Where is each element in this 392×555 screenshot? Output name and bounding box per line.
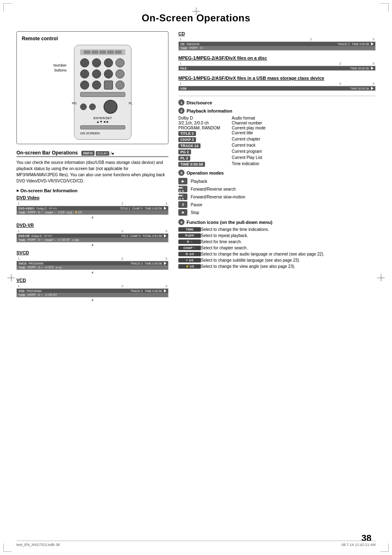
remote-btn-5[interactable] <box>80 69 89 78</box>
remote-btn-11[interactable] <box>104 81 113 90</box>
remote-btn-8[interactable] <box>115 69 125 78</box>
remote-btn-9[interactable] <box>80 81 89 90</box>
op-fwd-rev-search-icon: ▶▶|◄◄ <box>178 186 187 192</box>
info-pl-label: PL 2 <box>178 155 232 161</box>
right-column: CD 123 CD RANDOM TRACK 3 TIME 0:00:58 <box>178 31 376 269</box>
remote-box-title: Remote control <box>22 36 163 41</box>
disc-source-header: 1 Disc/source <box>178 99 376 106</box>
dvd-vr-play-arrow <box>164 234 166 237</box>
func-icons-label: Function icons (on the pull-down menu) <box>187 220 272 225</box>
func-icons-num: 4 <box>178 219 184 225</box>
func-time-label: Select to change the time indications. <box>201 227 376 232</box>
info-dolby-d-label: Dolby D <box>178 116 232 120</box>
remote-pg-btn[interactable] <box>80 104 87 110</box>
vcd-num4: 4 <box>16 298 168 302</box>
remote-btn-7[interactable] <box>104 69 113 78</box>
remote-btn-1[interactable] <box>80 58 89 67</box>
track-pill: TRACK 14 <box>178 143 201 148</box>
remote-btn-3[interactable] <box>104 58 113 67</box>
mpeg-usb-bar-body: USB TIME 00:00:58 <box>179 86 375 90</box>
vcd-play-arrow <box>164 289 166 292</box>
footer-right: 08.7.14 11:42:11 AM <box>341 543 376 547</box>
svcd-play-arrow <box>164 262 166 265</box>
info-pg-label: PG 2 <box>178 149 232 155</box>
op-pause-icon: ⏸ <box>178 201 187 208</box>
mpeg-usb-bar: USB TIME 00:00:58 <box>178 86 376 91</box>
title-pill: TITLE 2 <box>178 131 196 136</box>
cd-bar-body2: TIME ⟳OFF ⊙→ <box>179 46 375 50</box>
info-pl-value: Current Play List <box>232 155 376 161</box>
func-icons-table: TIME Select to change the time indicatio… <box>178 227 376 269</box>
remote-btn-4[interactable] <box>115 58 125 67</box>
info-title-label: TITLE 2 <box>178 131 232 136</box>
remote-onscreen-label: ON SCREEN <box>80 131 125 135</box>
op-pause-label: Pause <box>191 203 376 207</box>
svcd-num4: 4 <box>16 271 168 274</box>
info-time-value: Time indication <box>232 161 376 167</box>
func-angle-label: Select to change the view angle (see als… <box>201 264 376 269</box>
dvd-video-num4: 4 <box>16 216 168 219</box>
remote-bottom-bar <box>80 125 125 129</box>
vcd-bar-body2: TIME ⟳OFF ⊙→ ⊙ CD ST <box>17 293 168 297</box>
op-fwd-rev-slow-label: Forward/Reverse slow-motion <box>191 195 376 199</box>
info-icons: INFO DOLBY /● <box>81 151 114 156</box>
remote-number-label: Numberbuttons <box>53 63 67 73</box>
playback-info-header: 2 Playback information <box>178 108 376 114</box>
mpeg-disc-play-arrow <box>371 67 374 70</box>
info-pg-value: Current program <box>232 149 376 155</box>
info-track-label: TRACK 14 <box>178 143 232 149</box>
vcd-num-row: 123 <box>16 284 168 288</box>
remote-pg-label: PG <box>72 101 77 105</box>
op-fwd-rev-slow-icon: ▶▶|◄◄ <box>178 193 187 200</box>
dvd-vr-num4: 4 <box>16 243 168 247</box>
dolby-icon: DOLBY <box>96 151 109 156</box>
info-program-label: PROGRAM, RANDOM <box>178 126 232 130</box>
mpeg-disc-num-row: 123 <box>178 62 376 65</box>
func-chap-search-label: Select for chapter search. <box>201 246 376 250</box>
op-modes-table: ▶ Playback ▶▶|◄◄ Forward/Reverse search … <box>178 178 376 216</box>
play-arrow <box>164 207 166 210</box>
cd-title: CD <box>178 31 376 36</box>
remote-rect-bar <box>80 92 125 97</box>
disc-source-label: Disc/source <box>187 100 212 105</box>
remote-btn-10[interactable] <box>92 81 101 90</box>
op-playback-icon: ▶ <box>178 178 187 184</box>
dvd-video-bar-body: DVD-VIDEO Dolby D 3/2.1ch TITLE 2 CHAP 3… <box>17 206 168 210</box>
footer-left: text_EN_NXG7G3.indb 38 <box>16 543 60 547</box>
cd-num-row: 123 <box>178 37 376 41</box>
dvd-video-label: DVD Video <box>16 195 168 200</box>
dvd-video-section: DVD Video 123 DVD-VIDEO Dolby D 3/2.1ch <box>16 195 168 219</box>
svcd-bar-body: SVCD PROGRAM TRACK 3 TIME 0:00:58 <box>17 261 168 265</box>
cd-bar: CD RANDOM TRACK 3 TIME 0:00:58 TIME ⟳OFF… <box>178 41 376 51</box>
remote-btn-12[interactable] <box>115 81 125 90</box>
func-subtitle-icon: ≡ 1/3 <box>178 258 201 263</box>
info-icon: INFO <box>81 151 95 156</box>
op-modes-num: 3 <box>178 170 184 176</box>
slash-icon: /● <box>111 151 114 156</box>
chap-pill: CHAP 3 <box>178 137 196 142</box>
dvd-vr-num-row: 123 <box>16 229 168 233</box>
time-pill: TIME 0:00:58 <box>178 162 205 167</box>
svcd-num-row: 123 <box>16 257 168 260</box>
func-audio-lang-icon: ⊙ 1/3 <box>178 252 201 256</box>
remote-pl-btn[interactable] <box>89 104 96 110</box>
mpeg-usb-play-arrow <box>371 87 374 90</box>
func-subtitle-label: Select to change subtitle language (see … <box>201 258 376 263</box>
func-time-icon: TIME <box>178 227 201 232</box>
cd-bar-body: CD RANDOM TRACK 3 TIME 0:00:58 <box>179 42 375 46</box>
info-channel-label: 3/2.1ch, 2/0.0 ch <box>178 121 232 125</box>
remote-btn-2[interactable] <box>92 58 101 67</box>
dvd-vr-bar: DVD-VR Dolby D 3/2.1ch PG 2 CHAP 3 TOTAL… <box>16 233 168 242</box>
info-chap-label: CHAP 3 <box>178 137 232 143</box>
cd-play-arrow <box>371 42 374 46</box>
info-program-value: Current play mode <box>232 126 376 130</box>
remote-btn-6[interactable] <box>92 69 101 78</box>
remote-center-btn[interactable] <box>104 100 118 114</box>
dvd-vr-bar-body: DVD-VR Dolby D 3/2.1ch PG 2 CHAP 3 TOTAL… <box>17 234 168 238</box>
pl-pill: PL 2 <box>178 156 190 161</box>
op-modes-label: Operation modes <box>187 170 224 175</box>
mpeg-disc-title: MPEG-1/MPEG-2/ASF/DivX files on a disc <box>178 55 376 60</box>
info-track-value: Current track <box>232 143 376 149</box>
func-audio-lang-label: Select to change the audio language or c… <box>201 252 376 256</box>
pg-pill: PG 2 <box>178 150 191 154</box>
